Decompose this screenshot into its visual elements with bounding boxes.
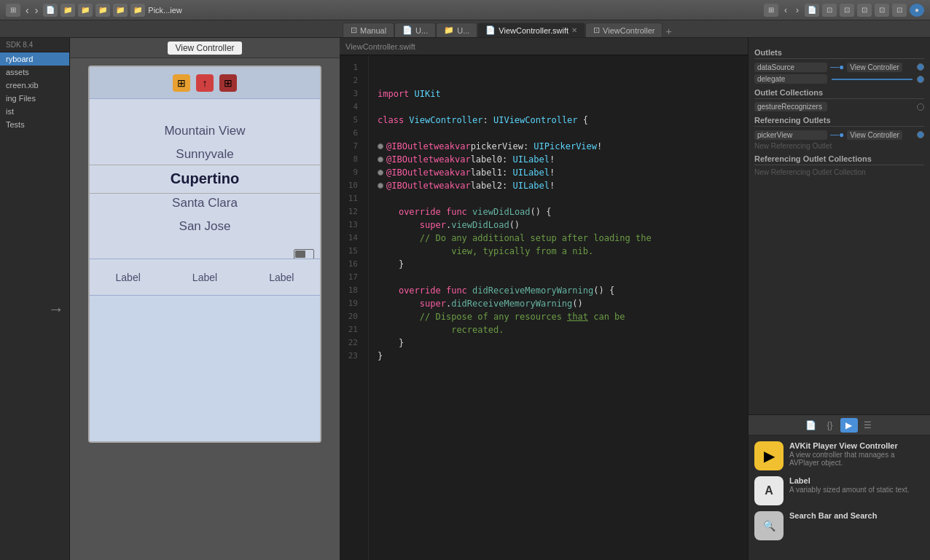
breadcrumb: Pick...iew	[148, 6, 181, 15]
tab-u1-label: U...	[415, 26, 428, 35]
tab-add-button[interactable]: +	[663, 25, 674, 37]
toolbar-icon-manual[interactable]: 📄	[805, 4, 819, 17]
code-line-20: // Dispose of any resources that can be	[378, 310, 739, 323]
line-num-3: 3	[340, 87, 362, 100]
toolbar-icon-grid[interactable]: ⊞	[6, 4, 20, 17]
code-line-19: super.didReceiveMemoryWarning()	[378, 297, 739, 310]
inspector-tab-play[interactable]: ▶	[840, 418, 858, 433]
line-num-19: 19	[340, 297, 362, 310]
code-line-11	[378, 192, 739, 205]
code-line-6	[378, 127, 739, 140]
toolbar-icon-t4[interactable]: ⊡	[875, 4, 889, 17]
sidebar-item-assets[interactable]: assets	[0, 66, 69, 79]
toolbar-icon-t3[interactable]: ⊡	[857, 4, 872, 17]
inspector-desc-avkit: A view controller that manages a AVPlaye…	[789, 451, 924, 467]
labels-row: Label Label Label	[90, 259, 320, 296]
picker-item-mountain-view: Mountain View	[90, 119, 320, 143]
outlet-circle-datasource[interactable]	[917, 63, 924, 71]
editor-filename: ViewController.swift	[345, 42, 415, 51]
toolbar-icon-file[interactable]: 📄	[43, 4, 58, 17]
tab-vc-icon: ⊡	[593, 25, 600, 35]
line-num-7: 7	[340, 140, 362, 153]
sidebar-item-ist[interactable]: ist	[0, 105, 69, 118]
sidebar-item-ing-files[interactable]: ing Files	[0, 92, 69, 105]
nav-fwd-button[interactable]: ›	[33, 4, 41, 16]
code-line-2	[378, 74, 739, 87]
inspector-info-searchbar: Search Bar and Search	[789, 511, 924, 520]
code-line-15: view, typically from a nib.	[378, 245, 739, 258]
inspector-tabs: 📄 {} ▶ ☰	[749, 415, 930, 435]
code-line-18: override func didReceiveMemoryWarning() …	[378, 284, 739, 297]
line-num-10: 10	[340, 179, 362, 192]
delegate-connection-line	[832, 79, 913, 80]
inspector-item-searchbar[interactable]: 🔍 Search Bar and Search	[754, 511, 924, 540]
inspector-info-avkit: AVKit Player View Controller A view cont…	[789, 441, 924, 467]
referencing-outlet-collections-title: Referencing Outlet Collections	[754, 154, 924, 165]
phone-toolbar-icon-grid[interactable]: ⊞	[219, 74, 237, 92]
code-line-14: // Do any additional setup after loading…	[378, 232, 739, 245]
toolbar-icon-t5[interactable]: ⊡	[892, 4, 907, 17]
new-referencing-outlet-collection[interactable]: New Referencing Outlet Collection	[754, 168, 924, 176]
toolbar-icon-btn-left[interactable]: ‹	[781, 4, 790, 17]
tab-viewcontroller-swift[interactable]: 📄 ViewController.swift ✕	[477, 23, 585, 37]
top-toolbar: ⊞ ‹ › 📄 📁 📁 📁 📁 📁 Pick...iew ⊞ ‹ › 📄 ⊡ ⊡…	[0, 0, 930, 20]
line-num-15: 15	[340, 245, 362, 258]
label-item-0: Label	[116, 272, 141, 283]
new-referencing-outlet[interactable]: New Referencing Outlet	[754, 142, 924, 150]
toolbar-icon-folder4[interactable]: 📁	[113, 4, 128, 17]
inspector-item-label[interactable]: A Label A variably sized amount of stati…	[754, 476, 924, 505]
line-num-14: 14	[340, 232, 362, 245]
inspector-tab-code[interactable]: {}	[821, 418, 839, 433]
tab-u2[interactable]: 📁 U...	[436, 23, 477, 37]
code-line-3: import UIKit	[378, 87, 739, 100]
code-line-17	[378, 271, 739, 284]
toolbar-icon-folder[interactable]: 📁	[60, 4, 75, 17]
phone-toolbar-icon-square[interactable]: ⊞	[173, 74, 190, 92]
outlet-circle-pickerview[interactable]	[917, 131, 924, 138]
phone-toolbar-icon-share[interactable]: ↑	[196, 74, 214, 92]
nav-back-button[interactable]: ‹	[23, 4, 31, 16]
tab-close-icon[interactable]: ✕	[571, 26, 577, 34]
line-num-2: 2	[340, 74, 362, 87]
inspector-tab-list[interactable]: ☰	[859, 418, 877, 433]
line-num-23: 23	[340, 350, 362, 363]
line-num-16: 16	[340, 258, 362, 271]
picker-item-santa-clara: Santa Clara	[90, 192, 320, 215]
ib-controller-label: View Controller	[168, 42, 241, 55]
outlet-row-gesture: gestureRecognizers	[754, 102, 924, 111]
toolbar-icon-folder2[interactable]: 📁	[78, 4, 93, 17]
toolbar-icon-t2[interactable]: ⊡	[840, 4, 854, 17]
tab-u1[interactable]: 📄 U...	[394, 23, 436, 37]
toolbar-icon-folder5[interactable]: 📁	[130, 4, 145, 17]
inspector-tab-file[interactable]: 📄	[802, 418, 820, 433]
line-num-9: 9	[340, 166, 362, 179]
tab-manual[interactable]: ⊡ Manual	[343, 23, 394, 37]
code-content: import UIKit class ViewController: UIVie…	[369, 55, 748, 560]
toolbar-icon-split[interactable]: ⊞	[764, 4, 778, 17]
tab-viewcontroller[interactable]: ⊡ ViewController	[585, 23, 663, 37]
sidebar-item-ryboard[interactable]: ryboard	[0, 52, 69, 66]
toolbar-icon-t1[interactable]: ⊡	[822, 4, 837, 17]
outlet-row-datasource: dataSource —● View Controller	[754, 62, 924, 72]
sidebar-item-tests[interactable]: Tests	[0, 118, 69, 131]
inspector-item-avkit[interactable]: ▶ AVKit Player View Controller A view co…	[754, 441, 924, 470]
toolbar-icon-circle[interactable]: ●	[910, 4, 924, 17]
outlet-circle-gesture[interactable]	[917, 103, 924, 111]
code-line-13: super.viewDidLoad()	[378, 218, 739, 232]
line-num-12: 12	[340, 205, 362, 218]
outlet-collections-title: Outlet Collections	[754, 88, 924, 99]
picker-view[interactable]: Mountain View Sunnyvale Cupertino Santa …	[90, 99, 320, 259]
ib-area: View Controller → ⊞ ↑ ⊞ Mountain View	[70, 38, 340, 560]
phone-body-rest	[90, 296, 320, 441]
toolbar-icon-folder3[interactable]: 📁	[95, 4, 110, 17]
outlet-circle-delegate[interactable]	[917, 76, 924, 83]
toolbar-icon-btn-right[interactable]: ›	[793, 4, 802, 17]
code-line-7: @IBOutlet weak var pickerView: UIPickerV…	[378, 140, 739, 153]
picker-item-san-jose: San Jose	[90, 215, 320, 238]
right-panel: Outlets dataSource —● View Controller de…	[748, 38, 930, 560]
line-num-21: 21	[340, 323, 362, 336]
line-num-1: 1	[340, 61, 362, 74]
code-line-4	[378, 100, 739, 114]
sidebar-item-screen[interactable]: creen.xib	[0, 79, 69, 92]
main-area: SDK 8.4 ryboard assets creen.xib ing Fil…	[0, 38, 930, 560]
